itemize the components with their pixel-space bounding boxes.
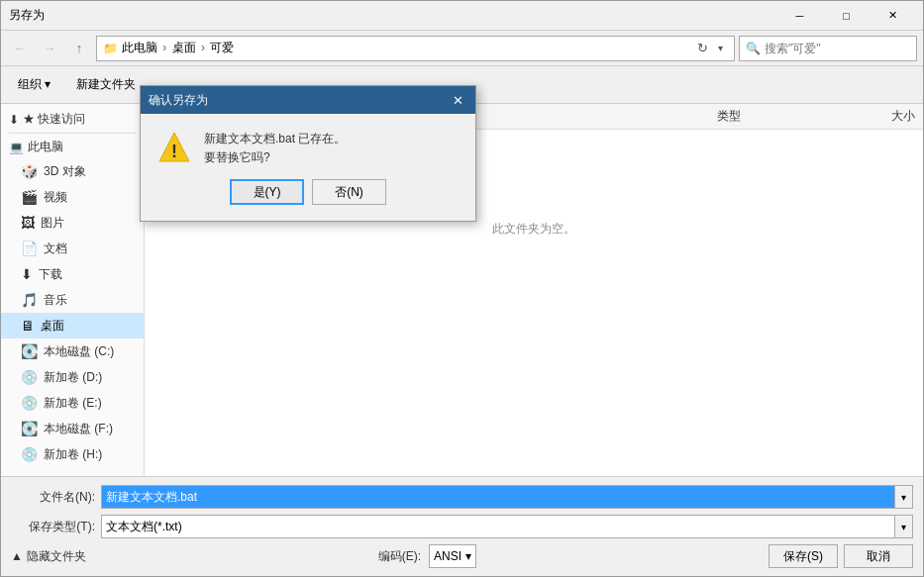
- warning-icon: !: [156, 130, 192, 165]
- dialog-title: 确认另存为: [149, 92, 208, 109]
- dialog-no-button[interactable]: 否(N): [312, 179, 386, 205]
- dialog-overlay: 确认另存为 ✕ ! 新建文本文档.bat 已存在。 要替换它吗?: [1, 1, 923, 576]
- main-window: 另存为 ─ □ ✕ ← → ↑ 📁 此电脑 › 桌面 › 可爱 ↻ ▾ 🔍: [0, 0, 924, 577]
- dialog-yes-button[interactable]: 是(Y): [230, 179, 304, 205]
- dialog-message-line1: 新建文本文档.bat 已存在。: [204, 130, 346, 148]
- dialog-message: 新建文本文档.bat 已存在。 要替换它吗?: [204, 130, 346, 167]
- confirm-dialog: 确认另存为 ✕ ! 新建文本文档.bat 已存在。 要替换它吗?: [140, 85, 476, 222]
- dialog-title-bar: 确认另存为 ✕: [141, 86, 475, 114]
- svg-text:!: !: [171, 142, 177, 161]
- dialog-close-button[interactable]: ✕: [448, 91, 467, 109]
- dialog-buttons: 是(Y) 否(N): [156, 179, 460, 205]
- dialog-message-line2: 要替换它吗?: [204, 148, 346, 167]
- dialog-body: ! 新建文本文档.bat 已存在。 要替换它吗? 是(Y) 否(N): [141, 114, 475, 221]
- dialog-content: ! 新建文本文档.bat 已存在。 要替换它吗?: [156, 130, 460, 167]
